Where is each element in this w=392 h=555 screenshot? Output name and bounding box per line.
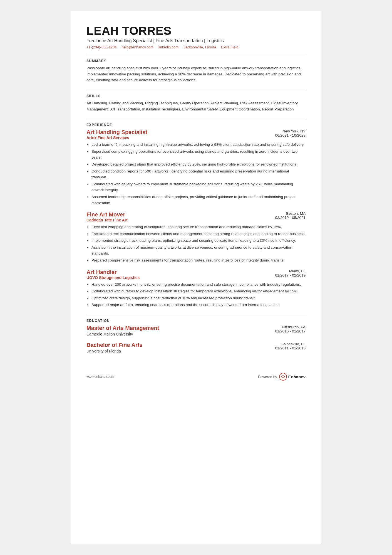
- edu-degree-1: Bachelor of Fine Arts: [86, 342, 143, 348]
- summary-title: SUMMARY: [86, 59, 306, 63]
- job-block-0: Art Handling Specialist Artex Fine Art S…: [86, 129, 306, 206]
- job-company-1: Cadogan Tate Fine Art: [86, 218, 128, 222]
- contact-linkedin[interactable]: linkedin.com: [158, 45, 178, 49]
- job-dates-0: 06/2021 - 10/2023: [264, 133, 306, 137]
- footer: www.enhancv.com Powered by Enhancv: [86, 370, 306, 381]
- powered-by-label: Powered by: [258, 375, 277, 379]
- bullet-2-0: Handled over 200 artworks monthly, ensur…: [91, 282, 306, 288]
- footer-powered: Powered by Enhancv: [258, 373, 306, 381]
- bullet-1-1: Facilitated direct communication between…: [91, 231, 306, 237]
- education-section: EDUCATION Master of Arts Management Carn…: [86, 319, 306, 353]
- bullet-1-4: Prepared comprehensive risk assessments …: [91, 257, 306, 263]
- skills-text: Art Handling, Crating and Packing, Riggi…: [86, 100, 306, 112]
- bullet-1-3: Assisted in the installation of museum-q…: [91, 245, 306, 256]
- job-title-company-2: Art Handler UOVO Storage and Logistics: [86, 269, 140, 280]
- candidate-title: Freelance Art Handling Specialist | Fine…: [86, 38, 306, 43]
- header: LEAH TORRES Freelance Art Handling Speci…: [86, 24, 306, 49]
- job-location-1: Boston, MA: [264, 211, 306, 216]
- summary-text: Passionate art handling specialist with …: [86, 65, 306, 83]
- resume-page: LEAH TORRES Freelance Art Handling Speci…: [71, 11, 321, 544]
- edu-header-1: Bachelor of Fine Arts University of Flor…: [86, 342, 306, 353]
- experience-section: EXPERIENCE Art Handling Specialist Artex…: [86, 123, 306, 308]
- job-bullets-1: Executed wrapping and crating of sculptu…: [86, 224, 306, 263]
- edu-degree-0: Master of Arts Management: [86, 325, 159, 331]
- bullet-0-4: Collaborated with gallery owners to impl…: [91, 181, 306, 193]
- job-bullets-2: Handled over 200 artworks monthly, ensur…: [86, 282, 306, 308]
- bullet-0-1: Supervised complex rigging operations fo…: [91, 149, 306, 161]
- bullet-1-2: Implemented strategic truck loading plan…: [91, 238, 306, 244]
- footer-website: www.enhancv.com: [86, 375, 114, 379]
- job-header-0: Art Handling Specialist Artex Fine Art S…: [86, 129, 306, 140]
- experience-divider: [86, 315, 306, 315]
- job-header-1: Fine Art Mover Cadogan Tate Fine Art Bos…: [86, 211, 306, 222]
- bullet-2-3: Supported major art fairs, ensuring seam…: [91, 302, 306, 308]
- job-title-company-0: Art Handling Specialist Artex Fine Art S…: [86, 129, 147, 140]
- skills-section: SKILLS Art Handling, Crating and Packing…: [86, 94, 306, 112]
- bullet-2-1: Collaborated with curators to develop in…: [91, 288, 306, 294]
- edu-left-1: Bachelor of Fine Arts University of Flor…: [86, 342, 143, 353]
- contact-line: +1-(234)-555-1234 help@enhancv.com linke…: [86, 45, 306, 49]
- bullet-1-0: Executed wrapping and crating of sculptu…: [91, 224, 306, 230]
- edu-dates-1: 01/2011 - 01/2015: [264, 346, 306, 350]
- bullet-0-0: Led a team of 5 in packing and installin…: [91, 142, 306, 148]
- edu-school-0: Carnegie Mellon University: [86, 332, 159, 336]
- job-block-1: Fine Art Mover Cadogan Tate Fine Art Bos…: [86, 211, 306, 263]
- contact-location: Jacksonville, Florida: [183, 45, 216, 49]
- experience-title: EXPERIENCE: [86, 123, 306, 127]
- bullet-0-2: Developed detailed project plans that im…: [91, 161, 306, 167]
- edu-block-0: Master of Arts Management Carnegie Mello…: [86, 325, 306, 336]
- job-dates-2: 01/2017 - 02/2019: [264, 273, 306, 277]
- job-location-0: New York, NY: [264, 129, 306, 133]
- job-title-2: Art Handler: [86, 269, 140, 275]
- skills-divider: [86, 119, 306, 119]
- edu-right-1: Gainesville, FL 01/2011 - 01/2015: [264, 342, 306, 350]
- contact-email[interactable]: help@enhancv.com: [122, 45, 153, 49]
- edu-location-1: Gainesville, FL: [264, 342, 306, 346]
- candidate-name: LEAH TORRES: [86, 24, 306, 37]
- job-dates-1: 03/2019 - 05/2021: [264, 216, 306, 220]
- enhancv-brand: Enhancv: [288, 374, 306, 379]
- svg-point-0: [279, 373, 287, 380]
- job-right-2: Miami, FL 01/2017 - 02/2019: [264, 269, 306, 277]
- enhancv-icon: [279, 373, 287, 381]
- job-title-company-1: Fine Art Mover Cadogan Tate Fine Art: [86, 211, 128, 222]
- job-location-2: Miami, FL: [264, 269, 306, 273]
- edu-left-0: Master of Arts Management Carnegie Mello…: [86, 325, 159, 336]
- job-title-0: Art Handling Specialist: [86, 129, 147, 135]
- job-company-2: UOVO Storage and Logistics: [86, 275, 140, 280]
- education-title: EDUCATION: [86, 319, 306, 323]
- job-header-2: Art Handler UOVO Storage and Logistics M…: [86, 269, 306, 280]
- edu-school-1: University of Florida: [86, 349, 143, 353]
- job-right-0: New York, NY 06/2021 - 10/2023: [264, 129, 306, 137]
- summary-divider: [86, 90, 306, 90]
- job-bullets-0: Led a team of 5 in packing and installin…: [86, 142, 306, 206]
- job-block-2: Art Handler UOVO Storage and Logistics M…: [86, 269, 306, 308]
- edu-location-0: Pittsburgh, PA: [264, 325, 306, 329]
- contact-phone[interactable]: +1-(234)-555-1234: [86, 45, 117, 49]
- enhancv-logo: Enhancv: [279, 373, 306, 381]
- edu-dates-0: 01/2015 - 01/2017: [264, 329, 306, 333]
- bullet-0-3: Conducted condition reports for 500+ art…: [91, 168, 306, 180]
- skills-title: SKILLS: [86, 94, 306, 98]
- edu-block-1: Bachelor of Fine Arts University of Flor…: [86, 342, 306, 353]
- contact-extra: Extra Field: [221, 45, 238, 49]
- job-company-0: Artex Fine Art Services: [86, 135, 147, 140]
- summary-section: SUMMARY Passionate art handling speciali…: [86, 59, 306, 83]
- job-right-1: Boston, MA 03/2019 - 05/2021: [264, 211, 306, 220]
- header-divider: [86, 55, 306, 55]
- bullet-0-5: Assumed leadership responsibilities duri…: [91, 194, 306, 206]
- job-title-1: Fine Art Mover: [86, 211, 128, 218]
- edu-right-0: Pittsburgh, PA 01/2015 - 01/2017: [264, 325, 306, 333]
- edu-header-0: Master of Arts Management Carnegie Mello…: [86, 325, 306, 336]
- bullet-2-2: Optimized crate design, supporting a cos…: [91, 295, 306, 301]
